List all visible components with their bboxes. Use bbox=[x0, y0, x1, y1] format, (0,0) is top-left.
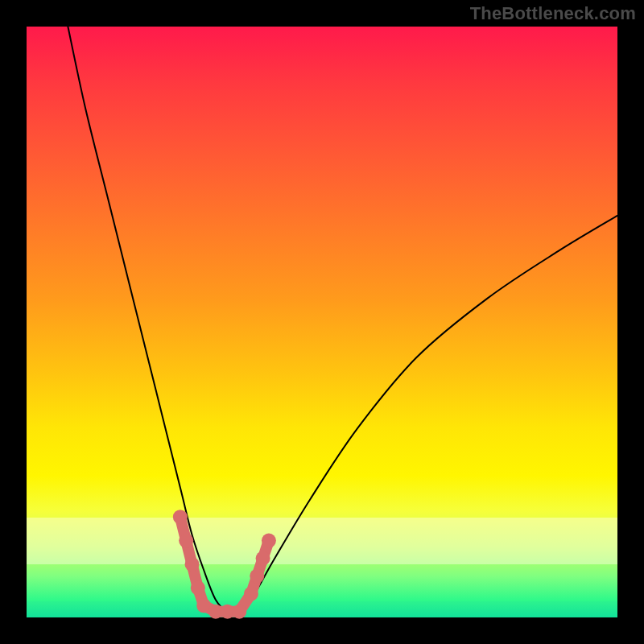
curve-svg bbox=[27, 27, 617, 617]
highlight-markers bbox=[173, 510, 276, 618]
marker-dot bbox=[256, 551, 270, 566]
marker-dot bbox=[179, 534, 193, 548]
watermark-text: TheBottleneck.com bbox=[470, 3, 636, 24]
marker-dot bbox=[173, 510, 188, 524]
chart-frame: TheBottleneck.com bbox=[0, 0, 644, 644]
marker-dot bbox=[262, 534, 276, 548]
marker-dot bbox=[232, 605, 246, 619]
marker-dot bbox=[250, 569, 264, 584]
plot-area bbox=[27, 27, 617, 617]
marker-dot bbox=[244, 587, 258, 601]
marker-dot bbox=[191, 580, 205, 595]
marker-dot bbox=[185, 557, 200, 572]
bottleneck-curve bbox=[68, 27, 617, 613]
